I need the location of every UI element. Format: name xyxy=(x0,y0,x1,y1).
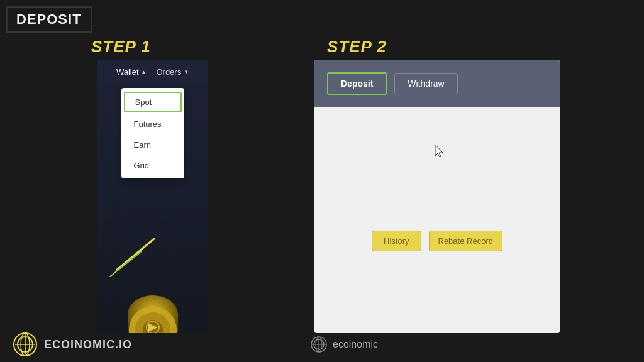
step2-header: Deposit Withdraw xyxy=(314,60,560,107)
orders-nav-item[interactable]: Orders ▼ xyxy=(156,67,189,77)
footer-center-text: ecoinomic xyxy=(333,339,378,350)
step1-nav-bar: Wallet ▲ Orders ▼ xyxy=(97,60,208,84)
history-record-row: History Rebate Record xyxy=(372,231,502,251)
dropdown-item-spot[interactable]: Spot xyxy=(124,92,182,112)
step2-label: STEP 2 xyxy=(321,35,393,59)
footer-center-logo-icon xyxy=(310,336,328,353)
orders-dropdown-arrow: ▼ xyxy=(184,69,189,75)
svg-line-1 xyxy=(110,251,142,277)
wallet-dropdown-menu: Spot Futures Earn Grid xyxy=(121,88,184,178)
dropdown-item-grid[interactable]: Grid xyxy=(121,155,184,176)
withdraw-button[interactable]: Withdraw xyxy=(394,73,457,94)
footer-brand-text: ECOINOMIC.IO xyxy=(44,338,132,351)
wallet-dropdown-arrow: ▲ xyxy=(142,69,147,75)
step2-body: History Rebate Record xyxy=(314,107,560,333)
footer-left: ECOINOMIC.IO xyxy=(13,332,132,357)
decorative-circle xyxy=(128,295,178,333)
dropdown-item-futures[interactable]: Futures xyxy=(121,114,184,134)
dropdown-item-earn[interactable]: Earn xyxy=(121,134,184,155)
orders-nav-label: Orders xyxy=(156,67,181,77)
decorative-lines xyxy=(104,233,167,283)
footer-logo-icon xyxy=(13,332,38,357)
footer-center: ecoinomic xyxy=(310,336,378,353)
wallet-nav-label: Wallet xyxy=(116,67,139,77)
step2-mockup: Deposit Withdraw History Rebate Record xyxy=(314,60,560,333)
deposit-button[interactable]: Deposit xyxy=(327,72,387,95)
history-button[interactable]: History xyxy=(372,231,421,251)
step1-mockup: Wallet ▲ Orders ▼ Spot Futures Earn Grid xyxy=(97,60,208,333)
svg-line-0 xyxy=(116,239,154,270)
rebate-record-button[interactable]: Rebate Record xyxy=(429,231,502,251)
step1-label: STEP 1 xyxy=(85,35,157,59)
deposit-title: DEPOSIT xyxy=(6,6,92,33)
wallet-nav-item[interactable]: Wallet ▲ xyxy=(116,67,147,77)
footer: ECOINOMIC.IO ecoinomic xyxy=(0,332,644,357)
